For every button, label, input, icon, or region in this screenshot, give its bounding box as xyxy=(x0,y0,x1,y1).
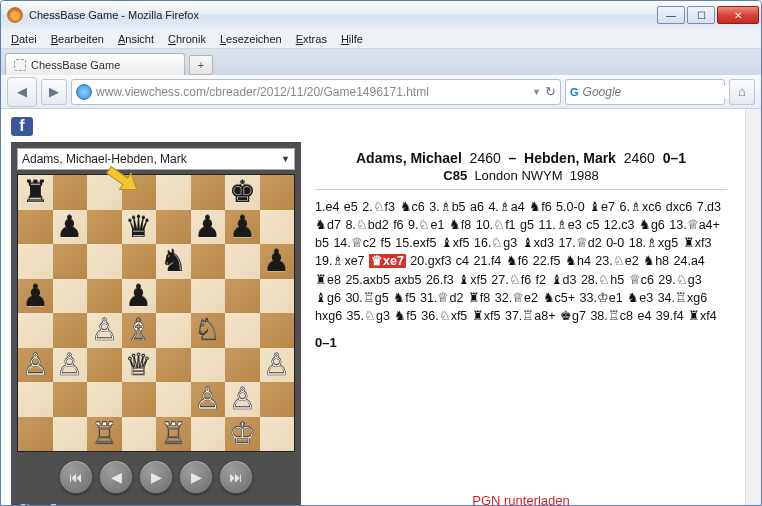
board-square[interactable]: ♕ xyxy=(122,348,157,383)
chess-piece-icon: ♕ xyxy=(125,350,152,380)
board-square[interactable]: ♛ xyxy=(122,210,157,245)
board-square[interactable] xyxy=(53,244,88,279)
url-input[interactable] xyxy=(96,85,528,99)
chess-board[interactable]: ♜♚♟♛♟♟♞♟♟♟♙♗♘♙♙♕♙♙♙♖♖♔ xyxy=(17,174,295,452)
board-square[interactable]: ♘ xyxy=(191,313,226,348)
board-square[interactable] xyxy=(225,348,260,383)
board-square[interactable] xyxy=(87,244,122,279)
board-square[interactable]: ♖ xyxy=(156,417,191,452)
board-square[interactable] xyxy=(53,175,88,210)
search-input[interactable] xyxy=(583,85,734,99)
dropdown-icon[interactable]: ▼ xyxy=(532,87,541,97)
vcr-prev-button[interactable]: ◀ xyxy=(99,460,133,494)
board-square[interactable] xyxy=(18,210,53,245)
board-square[interactable]: ♟ xyxy=(260,244,295,279)
board-square[interactable]: ♞ xyxy=(156,244,191,279)
board-square[interactable]: ♙ xyxy=(225,382,260,417)
board-square[interactable] xyxy=(260,279,295,314)
board-square[interactable]: ♙ xyxy=(191,382,226,417)
home-button[interactable]: ⌂ xyxy=(729,79,755,105)
chessbase-link[interactable]: ChessBase xyxy=(17,500,295,505)
favicon-placeholder-icon xyxy=(14,59,26,71)
move-list[interactable]: 1.e4 e5 2.♘f3 ♞c6 3.♗b5 a6 4.♗a4 ♞f6 5.0… xyxy=(315,198,727,325)
board-square[interactable]: ♙ xyxy=(18,348,53,383)
board-square[interactable] xyxy=(18,417,53,452)
board-square[interactable] xyxy=(260,417,295,452)
board-square[interactable] xyxy=(156,313,191,348)
board-square[interactable]: ♟ xyxy=(18,279,53,314)
board-square[interactable] xyxy=(18,313,53,348)
board-square[interactable] xyxy=(225,244,260,279)
maximize-button[interactable]: ☐ xyxy=(687,6,715,24)
vcr-next-button[interactable]: ▶ xyxy=(179,460,213,494)
board-square[interactable] xyxy=(191,244,226,279)
board-square[interactable] xyxy=(18,244,53,279)
board-square[interactable] xyxy=(87,210,122,245)
board-square[interactable] xyxy=(156,382,191,417)
board-square[interactable] xyxy=(87,382,122,417)
board-square[interactable] xyxy=(156,279,191,314)
board-square[interactable]: ♟ xyxy=(225,210,260,245)
board-square[interactable]: ♔ xyxy=(225,417,260,452)
board-square[interactable] xyxy=(156,348,191,383)
board-square[interactable] xyxy=(122,417,157,452)
board-square[interactable] xyxy=(87,348,122,383)
board-square[interactable]: ♜ xyxy=(18,175,53,210)
board-square[interactable] xyxy=(53,382,88,417)
board-square[interactable] xyxy=(156,210,191,245)
forward-button[interactable]: ▶ xyxy=(41,79,67,105)
board-square[interactable] xyxy=(122,175,157,210)
board-square[interactable] xyxy=(191,417,226,452)
facebook-share-icon[interactable]: f xyxy=(11,117,33,136)
board-square[interactable]: ♙ xyxy=(87,313,122,348)
board-square[interactable]: ♟ xyxy=(191,210,226,245)
board-square[interactable]: ♗ xyxy=(122,313,157,348)
board-square[interactable] xyxy=(225,313,260,348)
board-square[interactable] xyxy=(260,382,295,417)
board-square[interactable]: ♙ xyxy=(53,348,88,383)
board-square[interactable]: ♖ xyxy=(87,417,122,452)
board-square[interactable] xyxy=(156,175,191,210)
board-square[interactable] xyxy=(122,244,157,279)
back-button[interactable]: ◀ xyxy=(7,77,37,107)
menu-item[interactable]: Lesezeichen xyxy=(214,31,288,47)
board-square[interactable] xyxy=(53,313,88,348)
window-title: ChessBase Game - Mozilla Firefox xyxy=(29,9,657,21)
board-square[interactable] xyxy=(260,313,295,348)
board-square[interactable] xyxy=(225,279,260,314)
board-square[interactable]: ♟ xyxy=(53,210,88,245)
vcr-first-button[interactable]: ⏮ xyxy=(59,460,93,494)
board-square[interactable]: ♙ xyxy=(260,348,295,383)
url-bar[interactable]: ▼ ↻ xyxy=(71,79,561,105)
pgn-download-link[interactable]: PGN runterladen xyxy=(472,493,570,505)
game-selector[interactable]: Adams, Michael-Hebden, Mark ▼ xyxy=(17,148,295,170)
board-square[interactable]: ♚ xyxy=(225,175,260,210)
close-button[interactable]: ✕ xyxy=(717,6,759,24)
search-bar[interactable]: G xyxy=(565,79,725,105)
menu-item[interactable]: Ansicht xyxy=(112,31,160,47)
board-square[interactable] xyxy=(260,210,295,245)
menu-item[interactable]: Datei xyxy=(5,31,43,47)
minimize-button[interactable]: — xyxy=(657,6,685,24)
board-square[interactable] xyxy=(18,382,53,417)
menu-item[interactable]: Extras xyxy=(290,31,333,47)
menu-item[interactable]: Hilfe xyxy=(335,31,369,47)
browser-tab[interactable]: ChessBase Game xyxy=(5,53,185,75)
board-square[interactable] xyxy=(191,348,226,383)
menu-item[interactable]: Bearbeiten xyxy=(45,31,110,47)
board-square[interactable] xyxy=(87,279,122,314)
vertical-scrollbar[interactable] xyxy=(745,109,761,505)
board-square[interactable] xyxy=(53,417,88,452)
board-square[interactable]: ♟ xyxy=(122,279,157,314)
tab-label: ChessBase Game xyxy=(31,59,120,71)
board-square[interactable] xyxy=(191,175,226,210)
vcr-play-button[interactable]: ▶ xyxy=(139,460,173,494)
reload-icon[interactable]: ↻ xyxy=(545,84,556,99)
vcr-last-button[interactable]: ⏭ xyxy=(219,460,253,494)
menu-item[interactable]: Chronik xyxy=(162,31,212,47)
board-square[interactable] xyxy=(53,279,88,314)
board-square[interactable] xyxy=(122,382,157,417)
board-square[interactable] xyxy=(191,279,226,314)
board-square[interactable] xyxy=(260,175,295,210)
new-tab-button[interactable]: + xyxy=(189,55,213,75)
